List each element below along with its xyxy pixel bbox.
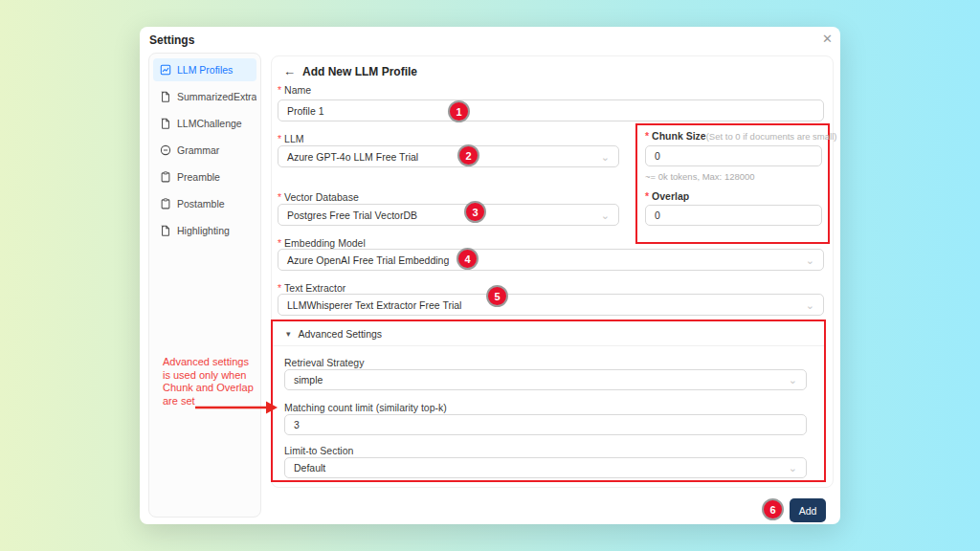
- form-header: ← Add New LLM Profile: [283, 64, 417, 78]
- back-arrow-icon[interactable]: ←: [283, 64, 296, 78]
- comment-icon: [160, 144, 171, 156]
- chart-icon: [160, 64, 171, 76]
- sidebar-item-preamble[interactable]: Preamble: [153, 165, 256, 188]
- text-extractor-label: *Text Extractor: [278, 282, 345, 294]
- annotation-badge-5: 5: [486, 285, 508, 307]
- text-extractor-select-value: LLMWhisperer Text Extractor Free Trial: [287, 299, 461, 311]
- settings-modal: Settings ✕ LLM Profiles SummarizedExtrac…: [140, 27, 840, 524]
- caret-down-icon: ▾: [286, 329, 291, 339]
- file-icon: [160, 91, 171, 102]
- annotation-arrow: [195, 400, 278, 415]
- chunk-size-hint: ~= 0k tokens, Max: 128000: [645, 171, 755, 182]
- embedding-label: *Embedding Model: [278, 237, 366, 249]
- embedding-select-value: Azure OpenAI Free Trial Embedding: [287, 254, 449, 266]
- limit-section-select[interactable]: Default ⌄: [284, 457, 807, 478]
- sidebar-item-label: LLMChallenge: [177, 118, 242, 129]
- sidebar-item-label: Preamble: [177, 171, 220, 183]
- name-input[interactable]: [278, 99, 824, 121]
- modal-title: Settings: [149, 33, 194, 47]
- name-label: *Name: [278, 84, 311, 96]
- sidebar-item-highlighting[interactable]: Highlighting: [153, 219, 256, 242]
- retrieval-strategy-label: Retrieval Strategy: [284, 357, 364, 368]
- sidebar-item-label: Postamble: [177, 198, 225, 209]
- close-icon[interactable]: ✕: [822, 33, 833, 46]
- file-icon: [160, 225, 171, 236]
- sidebar-item-grammar[interactable]: Grammar: [153, 139, 256, 162]
- add-button[interactable]: Add: [790, 498, 826, 522]
- file-icon: [160, 118, 171, 129]
- llm-label: *LLM: [278, 133, 304, 144]
- limit-section-label: Limit-to Section: [284, 445, 353, 456]
- matching-count-label: Matching count limit (similarity top-k): [284, 402, 447, 413]
- vector-db-select[interactable]: Postgres Free Trial VectorDB ⌄: [278, 204, 619, 226]
- sidebar-item-label: Highlighting: [177, 225, 230, 236]
- chunk-size-label: *Chunk Size(Set to 0 if documents are sm…: [645, 130, 836, 142]
- sidebar-item-label: SummarizedExtrac...: [177, 91, 256, 102]
- chevron-down-icon: ⌄: [601, 152, 610, 162]
- sidebar-item-llm-profiles[interactable]: LLM Profiles: [153, 58, 256, 81]
- chevron-down-icon: ⌄: [789, 463, 797, 473]
- sidebar-item-summarized-extraction[interactable]: SummarizedExtrac...: [153, 85, 256, 108]
- sidebar-item-postamble[interactable]: Postamble: [153, 192, 256, 215]
- advanced-settings-title: Advanced Settings: [299, 328, 383, 340]
- sidebar-item-label: Grammar: [177, 144, 219, 156]
- chevron-down-icon: ⌄: [806, 300, 814, 310]
- clipboard-icon: [160, 198, 171, 209]
- sidebar-item-label: LLM Profiles: [177, 64, 233, 76]
- vector-db-select-value: Postgres Free Trial VectorDB: [287, 209, 417, 221]
- embedding-select[interactable]: Azure OpenAI Free Trial Embedding ⌄: [278, 249, 824, 271]
- advanced-settings-toggle[interactable]: ▾ Advanced Settings: [273, 321, 824, 346]
- chunk-annotation-box: *Chunk Size(Set to 0 if documents are sm…: [635, 123, 830, 244]
- llm-select-value: Azure GPT-4o LLM Free Trial: [287, 151, 418, 163]
- chunk-size-inline-hint: (Set to 0 if documents are small): [706, 131, 837, 142]
- limit-section-value: Default: [294, 462, 325, 474]
- chevron-down-icon: ⌄: [789, 375, 797, 385]
- form-title: Add New LLM Profile: [302, 65, 417, 78]
- settings-sidebar: LLM Profiles SummarizedExtrac... LLMChal…: [148, 53, 261, 518]
- chevron-down-icon: ⌄: [806, 255, 814, 265]
- text-extractor-select[interactable]: LLMWhisperer Text Extractor Free Trial ⌄: [278, 294, 824, 316]
- matching-count-input[interactable]: [284, 414, 807, 435]
- overlap-input[interactable]: [645, 205, 822, 226]
- sidebar-item-llm-challenge[interactable]: LLMChallenge: [153, 112, 256, 135]
- advanced-settings-annotation-box: ▾ Advanced Settings Retrieval Strategy s…: [271, 320, 826, 482]
- annotation-badge-2: 2: [457, 144, 479, 166]
- annotation-badge-1: 1: [448, 100, 470, 122]
- retrieval-strategy-value: simple: [294, 374, 323, 386]
- overlap-label: *Overlap: [645, 190, 689, 202]
- chevron-down-icon: ⌄: [601, 210, 610, 220]
- retrieval-strategy-select[interactable]: simple ⌄: [284, 369, 807, 390]
- llm-select[interactable]: Azure GPT-4o LLM Free Trial ⌄: [278, 145, 619, 167]
- annotation-badge-6: 6: [762, 498, 784, 520]
- vector-db-label: *Vector Database: [278, 191, 359, 203]
- chunk-size-input[interactable]: [645, 145, 822, 166]
- annotation-badge-4: 4: [457, 248, 479, 270]
- llm-profile-form-card: ← Add New LLM Profile *Name *LLM Azure G…: [271, 55, 834, 488]
- annotation-badge-3: 3: [464, 201, 486, 223]
- clipboard-icon: [160, 171, 171, 183]
